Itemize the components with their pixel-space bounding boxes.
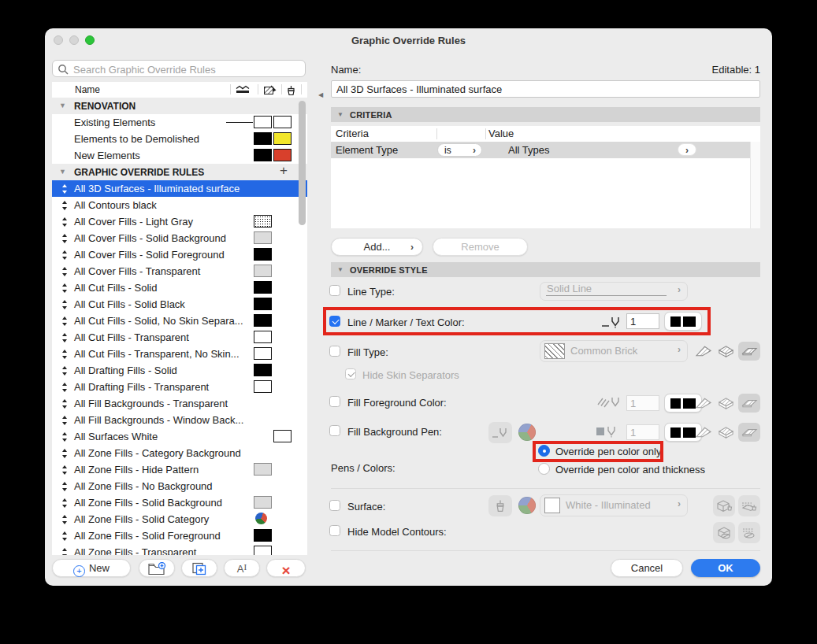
- cut-fill-toggle[interactable]: [694, 342, 714, 361]
- line-type-checkbox[interactable]: [329, 285, 340, 296]
- override-pen-color-thickness-radio[interactable]: [538, 463, 550, 475]
- cut-fill-toggle[interactable]: [694, 423, 714, 442]
- move-handle-icon[interactable]: [61, 184, 69, 194]
- splitter-collapse-handle[interactable]: ◀: [318, 91, 323, 98]
- ok-button[interactable]: OK: [691, 559, 760, 577]
- list-item[interactable]: All Zone Fills - Solid Background: [52, 494, 307, 511]
- fill-column-icon[interactable]: [263, 85, 277, 96]
- pen-number-input-disabled[interactable]: [626, 395, 659, 411]
- move-handle-icon[interactable]: [61, 383, 69, 392]
- fill-type-dropdown[interactable]: Common Brick ›: [540, 340, 688, 362]
- rule-name-input[interactable]: [331, 80, 760, 98]
- move-handle-icon[interactable]: [61, 482, 69, 491]
- hide-contours-dashed-button[interactable]: [738, 522, 760, 543]
- criteria-row[interactable]: Element Type is › All Types ›: [331, 142, 750, 158]
- drafting-fill-toggle[interactable]: [738, 423, 760, 442]
- criteria-scrollbar-track[interactable]: [750, 142, 760, 228]
- add-rule-icon[interactable]: +: [280, 163, 288, 179]
- move-handle-icon[interactable]: [61, 333, 69, 342]
- list-item[interactable]: All Cut Fills - Solid: [52, 279, 307, 296]
- surface-paint-button[interactable]: [488, 495, 512, 516]
- background-square-pen-icon[interactable]: [595, 424, 623, 439]
- search-field[interactable]: [52, 60, 306, 77]
- search-input[interactable]: [72, 61, 295, 77]
- move-handle-icon[interactable]: [61, 515, 69, 524]
- list-item[interactable]: All Cover Fills - Solid Background: [52, 230, 307, 246]
- move-handle-icon[interactable]: [61, 432, 69, 442]
- disclosure-triangle-icon[interactable]: ▼: [337, 111, 344, 118]
- list-item[interactable]: All Zone Fills - Transparent: [52, 544, 307, 555]
- move-handle-icon[interactable]: [61, 531, 69, 541]
- list-item[interactable]: All Cut Fills - Solid Black: [52, 296, 307, 313]
- move-handle-icon[interactable]: [61, 316, 69, 326]
- list-group-graphic-override-rules[interactable]: ▼ GRAPHIC OVERRIDE RULES +: [52, 164, 307, 180]
- disclosure-triangle-icon[interactable]: ▼: [59, 168, 66, 176]
- move-handle-icon[interactable]: [61, 498, 69, 508]
- surface-checkbox[interactable]: [329, 500, 340, 511]
- duplicate-rule-button[interactable]: [181, 559, 217, 577]
- move-handle-icon[interactable]: [61, 548, 69, 556]
- list-item[interactable]: All Surfaces White: [52, 428, 307, 445]
- pen-icon[interactable]: [600, 315, 622, 329]
- paint-uncovered-surfaces-button[interactable]: [738, 495, 760, 516]
- list-item[interactable]: All Fill Backgrounds - Window Back...: [52, 412, 307, 428]
- list-scrollbar[interactable]: [299, 101, 306, 225]
- list-item[interactable]: All Drafting Fills - Solid: [52, 362, 307, 379]
- drafting-fill-toggle[interactable]: [738, 342, 760, 361]
- list-item[interactable]: All Fill Backgrounds - Transparent: [52, 395, 307, 412]
- list-item[interactable]: New Elements: [52, 147, 307, 164]
- rename-rule-button[interactable]: AI: [224, 559, 260, 577]
- fill-background-pen-checkbox[interactable]: [329, 425, 340, 436]
- cancel-button[interactable]: Cancel: [611, 559, 683, 577]
- pen-color-preview-button[interactable]: [664, 312, 702, 331]
- list-item[interactable]: All Cover Fills - Solid Foreground: [52, 246, 307, 263]
- list-item[interactable]: All Drafting Fills - Transparent: [52, 379, 307, 395]
- rules-list[interactable]: ▼ RENOVATION Existing Elements Elements …: [52, 98, 307, 555]
- list-item[interactable]: All Cut Fills - Transparent, No Skin...: [52, 346, 307, 362]
- list-item[interactable]: All Zone Fills - No Background: [52, 478, 307, 494]
- list-item[interactable]: All Cover Fills - Transparent: [52, 263, 307, 279]
- drafting-fill-toggle[interactable]: [738, 394, 760, 413]
- color-wheel-icon[interactable]: [518, 424, 536, 441]
- operator-dropdown[interactable]: is ›: [437, 143, 482, 157]
- name-column-header[interactable]: Name: [75, 84, 100, 95]
- move-handle-icon[interactable]: [61, 449, 69, 458]
- hide-skin-separators-checkbox[interactable]: [345, 368, 356, 379]
- list-item[interactable]: All Zone Fills - Solid Foreground: [52, 527, 307, 544]
- move-handle-icon[interactable]: [61, 366, 69, 376]
- hide-contours-cube-button[interactable]: [713, 522, 735, 543]
- list-group-renovation[interactable]: ▼ RENOVATION: [52, 98, 307, 114]
- paint-all-surfaces-button[interactable]: [713, 495, 735, 516]
- list-item[interactable]: All Cover Fills - Light Gray: [52, 213, 307, 230]
- list-item[interactable]: All Contours black: [52, 197, 307, 213]
- override-pen-color-only-radio[interactable]: [538, 445, 550, 457]
- hatch-pen-icon[interactable]: [596, 395, 623, 409]
- list-item[interactable]: All Zone Fills - Hide Pattern: [52, 461, 307, 478]
- add-criteria-button[interactable]: Add... ›: [331, 238, 423, 256]
- value-dropdown-button[interactable]: ›: [678, 143, 696, 156]
- list-item[interactable]: All Zone Fills - Category Background: [52, 445, 307, 461]
- move-handle-icon[interactable]: [61, 416, 69, 425]
- line-marker-text-color-checkbox[interactable]: [329, 316, 340, 327]
- cover-fill-toggle[interactable]: [716, 394, 736, 413]
- move-handle-icon[interactable]: [61, 234, 69, 243]
- new-rule-button[interactable]: +New: [52, 559, 131, 577]
- pen-number-input[interactable]: [626, 313, 659, 329]
- move-handle-icon[interactable]: [61, 350, 69, 359]
- fill-type-checkbox[interactable]: [329, 346, 340, 357]
- list-item[interactable]: Existing Elements: [52, 114, 307, 131]
- hide-model-contours-checkbox[interactable]: [329, 525, 340, 536]
- line-column-icon[interactable]: [235, 85, 251, 94]
- pen-number-input-disabled[interactable]: [626, 424, 659, 440]
- disclosure-triangle-icon[interactable]: ▼: [59, 102, 66, 109]
- list-item[interactable]: Elements to be Demolished: [52, 131, 307, 147]
- list-item[interactable]: All Cut Fills - Solid, No Skin Separa...: [52, 313, 307, 329]
- remove-criteria-button[interactable]: Remove: [433, 238, 528, 256]
- line-type-dropdown[interactable]: Solid Line ›: [540, 282, 688, 301]
- override-style-section-header[interactable]: ▼ OVERRIDE STYLE: [331, 262, 760, 277]
- list-column-header[interactable]: Name: [52, 82, 307, 98]
- move-handle-icon[interactable]: [61, 300, 69, 309]
- criteria-section-header[interactable]: ▼ CRITERIA: [331, 107, 760, 122]
- move-handle-icon[interactable]: [61, 267, 69, 276]
- list-item[interactable]: All Zone Fills - Solid Category: [52, 511, 307, 527]
